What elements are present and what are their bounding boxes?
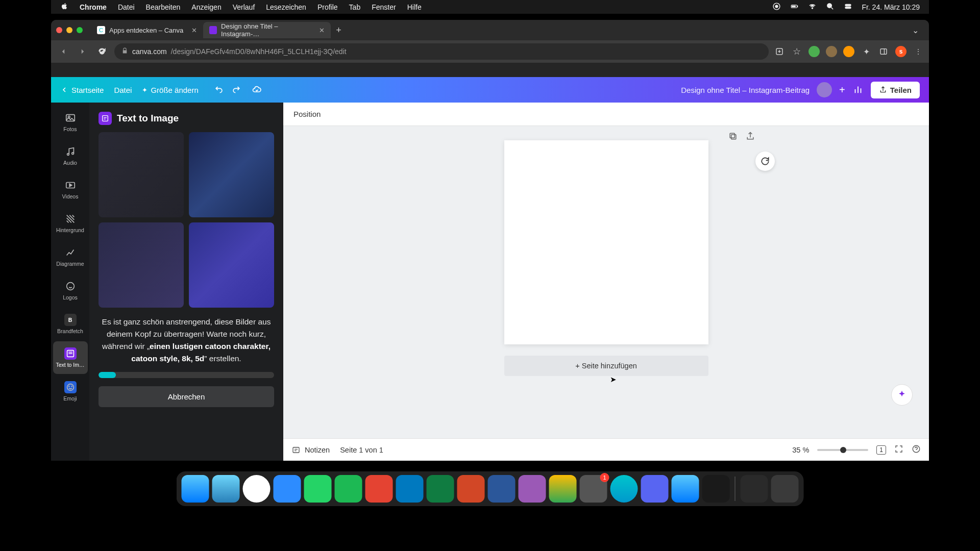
- generated-image-placeholder[interactable]: [189, 222, 274, 308]
- design-page[interactable]: [504, 140, 708, 344]
- dock-imovie[interactable]: [519, 475, 546, 503]
- menu-tab[interactable]: Tab: [349, 3, 361, 11]
- chevron-down-icon[interactable]: ⌄: [907, 26, 924, 35]
- analytics-button[interactable]: [852, 84, 864, 96]
- help-button[interactable]: [912, 444, 921, 455]
- menu-lesezeichen[interactable]: Lesezeichen: [266, 3, 306, 11]
- url-input[interactable]: canva.com/design/DAFeGfv4mD0/8wNhH46Fi_5…: [114, 43, 769, 60]
- dock-trash[interactable]: [771, 475, 799, 503]
- reload-button[interactable]: [95, 44, 109, 59]
- dock-quicktime[interactable]: [672, 475, 699, 503]
- rail-videos[interactable]: Videos: [53, 173, 88, 206]
- menu-profile[interactable]: Profile: [317, 3, 338, 11]
- canvas-viewport[interactable]: + Seite hinzufügen ➤: [283, 126, 929, 438]
- redo-button[interactable]: [231, 84, 241, 96]
- extension-icon[interactable]: [843, 46, 854, 57]
- position-button[interactable]: Position: [293, 110, 321, 118]
- share-button[interactable]: Teilen: [871, 82, 920, 98]
- undo-button[interactable]: [214, 84, 224, 96]
- dock-app[interactable]: [610, 475, 638, 503]
- apple-icon[interactable]: [60, 2, 68, 12]
- canvas-area: Position + Seite hinzufügen ➤ Notizen Se…: [283, 103, 929, 461]
- dock-gdrive[interactable]: [549, 475, 577, 503]
- notes-button[interactable]: Notizen: [291, 445, 330, 455]
- rail-audio[interactable]: Audio: [53, 139, 88, 172]
- resize-button[interactable]: ✦Größe ändern: [142, 86, 198, 94]
- control-center-icon[interactable]: [844, 2, 852, 12]
- dock-voicememos[interactable]: [702, 475, 730, 503]
- canva-favicon: C: [97, 26, 105, 34]
- back-home-button[interactable]: Startseite: [60, 86, 104, 94]
- page-indicator[interactable]: Seite 1 von 1: [340, 446, 383, 454]
- extension-icon[interactable]: [826, 46, 837, 57]
- window-controls[interactable]: [56, 27, 83, 33]
- dock-chrome[interactable]: [243, 475, 271, 503]
- zoom-slider[interactable]: [817, 449, 868, 451]
- recording-icon[interactable]: [772, 2, 781, 12]
- dock-settings[interactable]: 1: [580, 475, 607, 503]
- menubar-app-name[interactable]: Chrome: [80, 3, 107, 11]
- menu-verlauf[interactable]: Verlauf: [233, 3, 255, 11]
- battery-icon[interactable]: [790, 2, 799, 12]
- sidepanel-icon[interactable]: [878, 46, 889, 57]
- generated-image-placeholder[interactable]: [99, 222, 184, 308]
- add-member-button[interactable]: +: [839, 84, 845, 96]
- svg-rect-11: [880, 49, 887, 55]
- fullscreen-button[interactable]: [894, 444, 903, 455]
- menu-anzeigen[interactable]: Anzeigen: [191, 3, 221, 11]
- generated-image-placeholder[interactable]: [99, 132, 184, 217]
- dock-spotify[interactable]: [335, 475, 362, 503]
- close-icon[interactable]: ✕: [191, 27, 197, 34]
- duplicate-page-icon[interactable]: [728, 131, 738, 143]
- rail-diagramme[interactable]: Diagramme: [53, 240, 88, 273]
- kebab-menu-icon[interactable]: ⋮: [913, 46, 924, 57]
- dock-finder[interactable]: [182, 475, 209, 503]
- menu-hilfe[interactable]: Hilfe: [407, 3, 422, 11]
- regenerate-button[interactable]: [755, 152, 775, 171]
- install-icon[interactable]: [774, 46, 785, 57]
- dock-trello[interactable]: [396, 475, 424, 503]
- menu-datei[interactable]: Datei: [118, 3, 135, 11]
- dock-zoom[interactable]: [274, 475, 301, 503]
- wifi-icon[interactable]: [808, 2, 817, 12]
- star-icon[interactable]: ☆: [791, 46, 802, 57]
- browser-tab-2[interactable]: Design ohne Titel – Instagram-… ✕: [203, 22, 331, 38]
- rail-fotos[interactable]: Fotos: [53, 106, 88, 138]
- dock-powerpoint[interactable]: [457, 475, 485, 503]
- page-thumbnail-button[interactable]: 1: [876, 445, 886, 455]
- ai-assistant-fab[interactable]: [891, 384, 913, 406]
- dock-folder[interactable]: [741, 475, 768, 503]
- back-button[interactable]: [56, 44, 70, 59]
- extensions-puzzle-icon[interactable]: ✦: [861, 46, 872, 57]
- dock-word[interactable]: [488, 475, 516, 503]
- forward-button[interactable]: [76, 44, 90, 59]
- design-title[interactable]: Design ohne Titel – Instagram-Beitrag: [681, 86, 810, 94]
- new-tab-button[interactable]: +: [331, 25, 347, 36]
- dock-whatsapp[interactable]: [304, 475, 332, 503]
- profile-avatar[interactable]: s: [895, 46, 906, 57]
- add-page-button[interactable]: + Seite hinzufügen: [504, 356, 708, 376]
- menu-fenster[interactable]: Fenster: [372, 3, 396, 11]
- rail-text-to-image[interactable]: Text to Im…: [53, 341, 88, 374]
- extension-icon[interactable]: [808, 46, 820, 57]
- close-icon[interactable]: ✕: [319, 27, 325, 34]
- menu-bearbeiten[interactable]: Bearbeiten: [146, 3, 181, 11]
- rail-emoji[interactable]: Emoji: [53, 375, 88, 408]
- zoom-level[interactable]: 35 %: [792, 446, 809, 454]
- rail-brandfetch[interactable]: BBrandfetch: [53, 308, 88, 340]
- dock-discord[interactable]: [641, 475, 669, 503]
- rail-logos[interactable]: Logos: [53, 274, 88, 307]
- generated-image-placeholder[interactable]: [189, 132, 274, 217]
- dock-excel[interactable]: [427, 475, 454, 503]
- rail-hintergrund[interactable]: Hintergrund: [53, 207, 88, 239]
- dock-todoist[interactable]: [365, 475, 393, 503]
- cancel-button[interactable]: Abbrechen: [99, 386, 274, 407]
- macos-dock: 1: [177, 471, 804, 506]
- file-menu[interactable]: Datei: [114, 86, 132, 94]
- menubar-clock[interactable]: Fr. 24. März 10:29: [862, 3, 920, 11]
- upload-page-icon[interactable]: [745, 131, 755, 143]
- user-avatar[interactable]: [817, 82, 832, 97]
- dock-safari[interactable]: [212, 475, 240, 503]
- browser-tab-1[interactable]: C Apps entdecken – Canva ✕: [91, 22, 203, 38]
- spotlight-icon[interactable]: [826, 2, 835, 12]
